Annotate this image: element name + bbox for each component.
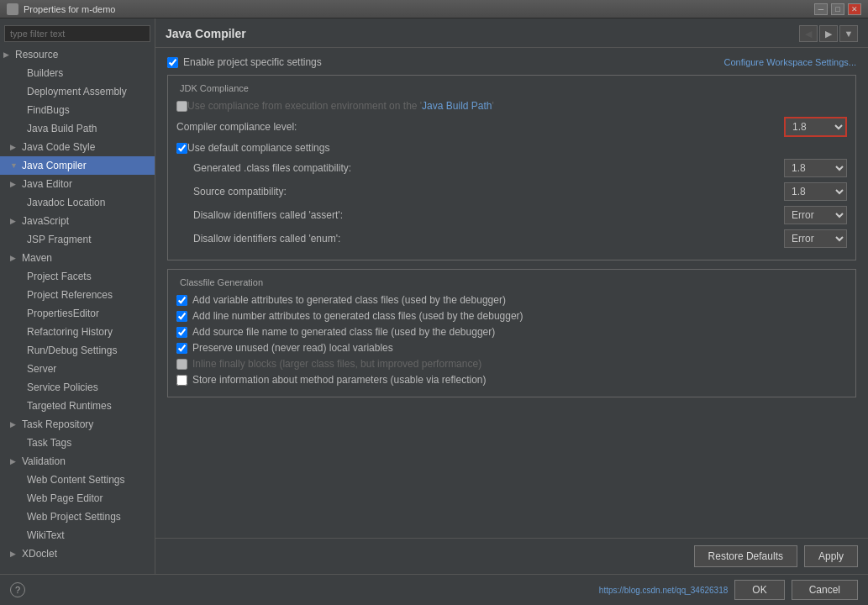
filter-input[interactable]: [4, 25, 150, 42]
classfile-checkbox-0[interactable]: [176, 295, 187, 306]
maximize-button[interactable]: □: [831, 3, 844, 15]
footer-url[interactable]: https://blog.csdn.net/qq_34626318: [599, 586, 728, 595]
panel-nav: ◀ ▶ ▼: [799, 25, 858, 42]
title-bar-text: Properties for m-demo: [24, 4, 814, 14]
use-compliance-row: Use compliance from execution environmen…: [176, 100, 847, 112]
sidebar-label-task-repository: Task Repository: [22, 417, 93, 432]
sidebar-label-service-policies: Service Policies: [27, 380, 98, 395]
sidebar-label-java-code-style: Java Code Style: [22, 139, 95, 155]
restore-defaults-button[interactable]: Restore Defaults: [694, 545, 797, 567]
sidebar-item-jsp-fragment[interactable]: JSP Fragment: [0, 230, 155, 249]
generated-class-dropdown[interactable]: 1.51.61.71.8: [784, 159, 847, 177]
classfile-checkbox-3[interactable]: [176, 343, 187, 354]
use-compliance-label: Use compliance from execution environmen…: [187, 100, 847, 112]
source-compat-row: Source compatibility: 1.51.61.71.8: [176, 182, 847, 201]
classfile-option-row-1: Add line number attributes to generated …: [176, 310, 847, 322]
sidebar-item-refactoring-history[interactable]: Refactoring History: [0, 323, 155, 341]
sidebar-item-java-build-path[interactable]: Java Build Path: [0, 119, 155, 138]
sidebar-label-javadoc-location: Javadoc Location: [27, 195, 105, 210]
close-button[interactable]: ✕: [848, 3, 861, 15]
expand-arrow-javascript: ▶: [10, 213, 20, 229]
use-default-compliance-row: Use default compliance settings: [176, 142, 847, 154]
sidebar-item-validation[interactable]: ▶Validation: [0, 452, 155, 471]
sidebar-item-findbugs[interactable]: FindBugs: [0, 101, 155, 119]
compiler-level-dropdown[interactable]: 1.5 1.6 1.7 1.8 9 10: [784, 117, 847, 137]
sidebar-item-deployment-assembly[interactable]: Deployment Assembly: [0, 82, 155, 101]
sidebar-item-web-content-settings[interactable]: Web Content Settings: [0, 471, 155, 489]
sidebar-item-project-references[interactable]: Project References: [0, 286, 155, 304]
classfile-checkbox-5[interactable]: [176, 375, 187, 386]
java-build-path-link[interactable]: Java Build Path: [422, 100, 492, 112]
enable-project-settings-checkbox[interactable]: [167, 57, 178, 68]
sidebar-item-wikitext[interactable]: WikiText: [0, 526, 155, 544]
sidebar-item-web-project-settings[interactable]: Web Project Settings: [0, 508, 155, 526]
classfile-label-3: Preserve unused (never read) local varia…: [192, 342, 393, 354]
sidebar-item-java-editor[interactable]: ▶Java Editor: [0, 175, 155, 193]
sidebar-item-web-page-editor[interactable]: Web Page Editor: [0, 489, 155, 508]
enable-project-settings-row: Enable project specific settings Configu…: [167, 56, 856, 68]
expand-arrow-java-code-style: ▶: [10, 139, 20, 155]
sidebar-item-task-tags[interactable]: Task Tags: [0, 434, 155, 452]
sidebar-item-run-debug-settings[interactable]: Run/Debug Settings: [0, 341, 155, 360]
classfile-section: Classfile Generation Add variable attrib…: [167, 269, 856, 397]
minimize-button[interactable]: ─: [814, 3, 828, 15]
sidebar-label-task-tags: Task Tags: [27, 435, 71, 450]
bottom-bar: Restore Defaults Apply: [155, 538, 868, 574]
sidebar-items: ▶ResourceBuildersDeployment AssemblyFind…: [0, 45, 155, 563]
sidebar-item-resource[interactable]: ▶Resource: [0, 45, 155, 64]
configure-workspace-link[interactable]: Configure Workspace Settings...: [723, 57, 856, 67]
expand-arrow-task-repository: ▶: [10, 417, 20, 432]
sidebar-label-wikitext: WikiText: [27, 528, 65, 543]
disallow-enum-dropdown[interactable]: IgnoreWarningError: [784, 229, 847, 248]
classfile-options: Add variable attributes to generated cla…: [176, 294, 847, 386]
sidebar-label-project-facets: Project Facets: [27, 269, 92, 284]
title-bar: Properties for m-demo ─ □ ✕: [0, 0, 868, 18]
expand-arrow-xdoclet: ▶: [10, 546, 20, 561]
sidebar-label-web-page-editor: Web Page Editor: [27, 491, 103, 506]
apply-button[interactable]: Apply: [804, 545, 858, 567]
use-compliance-checkbox[interactable]: [176, 101, 187, 112]
sidebar-item-java-code-style[interactable]: ▶Java Code Style: [0, 138, 155, 156]
nav-forward-button[interactable]: ▶: [819, 25, 838, 42]
sidebar-label-builders: Builders: [27, 66, 63, 81]
expand-arrow-resource: ▶: [3, 47, 13, 62]
sidebar-item-project-facets[interactable]: Project Facets: [0, 267, 155, 286]
sidebar-label-maven: Maven: [22, 250, 52, 266]
panel-header: Java Compiler ◀ ▶ ▼: [155, 18, 868, 48]
use-default-compliance-checkbox[interactable]: [176, 143, 187, 154]
sidebar-item-server[interactable]: Server: [0, 360, 155, 378]
classfile-checkbox-4[interactable]: [176, 359, 187, 370]
sidebar-item-service-policies[interactable]: Service Policies: [0, 378, 155, 397]
sidebar-item-javascript[interactable]: ▶JavaScript: [0, 212, 155, 230]
cancel-button[interactable]: Cancel: [792, 580, 858, 600]
sidebar-label-project-references: Project References: [27, 287, 113, 302]
classfile-option-row-4: Inline finally blocks (larger class file…: [176, 358, 847, 370]
sidebar-item-java-compiler[interactable]: ▼Java Compiler: [0, 156, 155, 175]
nav-back-button[interactable]: ◀: [799, 25, 818, 42]
sidebar-label-xdoclet: XDoclet: [22, 546, 57, 561]
disallow-assert-dropdown[interactable]: IgnoreWarningError: [784, 206, 847, 224]
classfile-label-4: Inline finally blocks (larger class file…: [192, 358, 481, 370]
ok-button[interactable]: OK: [734, 580, 784, 600]
nav-dropdown-button[interactable]: ▼: [839, 25, 858, 42]
sidebar-item-task-repository[interactable]: ▶Task Repository: [0, 415, 155, 434]
classfile-checkbox-1[interactable]: [176, 311, 187, 322]
sidebar-item-xdoclet[interactable]: ▶XDoclet: [0, 544, 155, 563]
source-compat-dropdown[interactable]: 1.51.61.71.8: [784, 182, 847, 201]
sidebar-item-builders[interactable]: Builders: [0, 64, 155, 82]
classfile-option-row-5: Store information about method parameter…: [176, 374, 847, 386]
sidebar-item-maven[interactable]: ▶Maven: [0, 249, 155, 267]
classfile-checkbox-2[interactable]: [176, 327, 187, 338]
expand-arrow-maven: ▶: [10, 250, 20, 266]
sidebar-label-refactoring-history: Refactoring History: [27, 324, 113, 339]
sidebar: ▶ResourceBuildersDeployment AssemblyFind…: [0, 18, 155, 574]
classfile-label-2: Add source file name to generated class …: [192, 326, 495, 338]
classfile-section-label: Classfile Generation: [176, 277, 266, 287]
generated-class-row: Generated .class files compatibility: 1.…: [176, 159, 847, 177]
sidebar-label-java-editor: Java Editor: [22, 176, 72, 192]
sidebar-item-properties-editor[interactable]: PropertiesEditor: [0, 304, 155, 323]
help-icon[interactable]: ?: [10, 582, 25, 597]
sidebar-item-javadoc-location[interactable]: Javadoc Location: [0, 193, 155, 212]
sidebar-item-targeted-runtimes[interactable]: Targeted Runtimes: [0, 397, 155, 415]
generated-class-label: Generated .class files compatibility:: [193, 162, 784, 174]
